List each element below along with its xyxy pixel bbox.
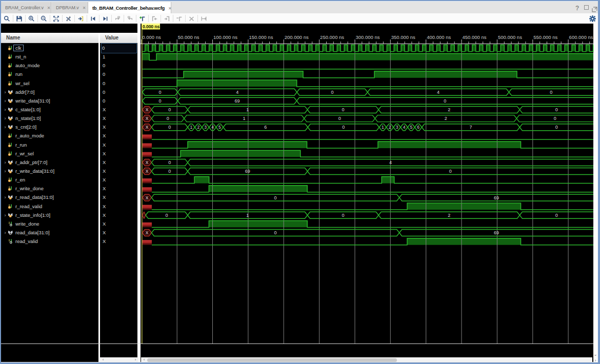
svg-text:0: 0 <box>168 125 171 130</box>
svg-text:600.000 ns: 600.000 ns <box>569 34 593 40</box>
svg-text:0: 0 <box>449 169 452 174</box>
svg-text:0.000 ns: 0.000 ns <box>142 34 161 40</box>
svg-text:150.000 ns: 150.000 ns <box>249 34 273 40</box>
svg-text:1: 1 <box>246 107 249 112</box>
svg-text:1: 1 <box>382 125 384 130</box>
svg-text:69: 69 <box>494 195 499 200</box>
svg-text:69: 69 <box>494 230 499 235</box>
svg-text:0.000 ns: 0.000 ns <box>143 24 159 29</box>
svg-text:3: 3 <box>396 125 398 130</box>
svg-text:4: 4 <box>211 125 214 130</box>
svg-text:6: 6 <box>264 125 267 130</box>
svg-text:0: 0 <box>274 230 277 235</box>
svg-text:0: 0 <box>342 125 345 130</box>
svg-text:0: 0 <box>555 107 558 112</box>
svg-text:4: 4 <box>389 160 392 165</box>
svg-text:7: 7 <box>469 125 472 130</box>
svg-text:0: 0 <box>158 98 161 104</box>
svg-text:100.000 ns: 100.000 ns <box>213 34 237 40</box>
svg-text:1: 1 <box>243 116 246 121</box>
svg-text:0: 0 <box>444 98 446 104</box>
svg-text:0: 0 <box>550 90 552 95</box>
svg-text:0: 0 <box>555 213 558 218</box>
svg-text:300.000 ns: 300.000 ns <box>356 34 380 40</box>
svg-text:0: 0 <box>555 125 558 130</box>
svg-text:350.000 ns: 350.000 ns <box>391 34 415 40</box>
svg-text:0: 0 <box>158 90 161 95</box>
svg-text:69: 69 <box>235 98 240 104</box>
svg-text:500.000 ns: 500.000 ns <box>498 34 522 40</box>
svg-text:1: 1 <box>190 125 193 130</box>
svg-text:5: 5 <box>218 125 221 130</box>
svg-text:4: 4 <box>236 90 238 95</box>
svg-text:X: X <box>146 230 149 235</box>
svg-text:0: 0 <box>165 213 168 218</box>
svg-text:0: 0 <box>274 195 277 200</box>
svg-text:50.000 ns: 50.000 ns <box>178 34 199 40</box>
svg-text:550.000 ns: 550.000 ns <box>533 34 557 40</box>
svg-text:0: 0 <box>168 107 171 112</box>
svg-text:2: 2 <box>197 125 199 130</box>
svg-text:X: X <box>146 169 149 174</box>
svg-text:400.000 ns: 400.000 ns <box>427 34 451 40</box>
svg-text:4: 4 <box>403 125 406 130</box>
svg-text:69: 69 <box>245 169 250 174</box>
svg-text:0: 0 <box>554 116 556 121</box>
svg-text:2: 2 <box>448 213 450 218</box>
svg-text:0: 0 <box>168 160 171 165</box>
svg-text:X: X <box>146 160 149 165</box>
svg-text:X: X <box>146 125 149 130</box>
svg-text:X: X <box>146 107 149 112</box>
svg-text:3: 3 <box>204 125 207 130</box>
svg-text:250.000 ns: 250.000 ns <box>320 34 344 40</box>
svg-text:1: 1 <box>246 213 249 218</box>
svg-text:X: X <box>146 116 149 121</box>
svg-text:0: 0 <box>168 169 171 174</box>
svg-text:0: 0 <box>342 107 344 112</box>
svg-text:4: 4 <box>437 90 439 95</box>
svg-text:2: 2 <box>445 116 447 121</box>
svg-text:2: 2 <box>389 125 391 130</box>
svg-text:6: 6 <box>417 125 419 130</box>
svg-text:200.000 ns: 200.000 ns <box>285 34 309 40</box>
svg-text:0: 0 <box>338 116 341 121</box>
svg-text:X: X <box>146 195 149 200</box>
svg-text:0: 0 <box>342 213 344 218</box>
svg-text:450.000 ns: 450.000 ns <box>463 34 487 40</box>
svg-text:0: 0 <box>167 116 169 121</box>
svg-text:5: 5 <box>410 125 412 130</box>
svg-text:0: 0 <box>331 90 333 95</box>
svg-text:2: 2 <box>448 107 450 112</box>
